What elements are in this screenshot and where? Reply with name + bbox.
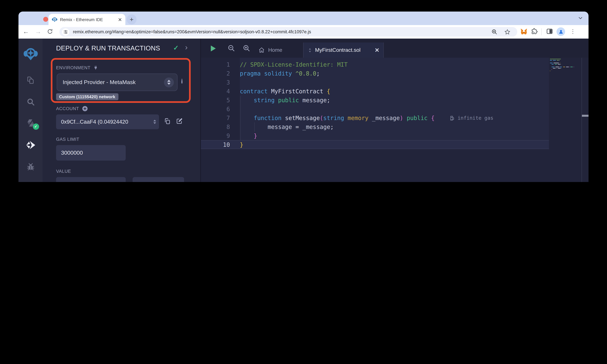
code-line[interactable]: 8 message = _message; <box>201 122 549 131</box>
tab-home-label: Home <box>268 47 282 53</box>
add-account-icon[interactable] <box>82 105 88 112</box>
account-stepper-icon[interactable] <box>153 120 156 124</box>
tab-search-chevron-icon[interactable] <box>578 15 583 20</box>
infinite-gas-annotation: infinite gas <box>450 115 493 121</box>
line-number: 10 <box>201 141 230 148</box>
environment-info-icon[interactable]: i <box>181 78 183 85</box>
value-unit-select[interactable]: Wei <box>133 177 184 182</box>
tab-home[interactable]: Home <box>252 42 288 58</box>
browser-window: Remix - Ethereum IDE ✕ + ← → remix.ether… <box>18 12 589 182</box>
gas-limit-input[interactable] <box>56 145 126 161</box>
code-line[interactable]: 9 } <box>201 131 549 140</box>
code-line[interactable]: 2pragma solidity ^0.8.0; <box>201 69 549 78</box>
line-number: 6 <box>201 106 230 112</box>
value-input[interactable] <box>56 177 126 182</box>
menu-dots-icon[interactable]: ⋮ <box>570 28 576 35</box>
tab-contract-label: MyFirstContract.sol <box>315 47 375 53</box>
account-value: 0x9Cf...CaaF4 (0.04924420 <box>61 119 153 125</box>
code-line[interactable]: 10} <box>201 140 549 149</box>
editor-zoom-out-icon[interactable] <box>227 44 235 52</box>
editor-zoom-in-icon[interactable] <box>242 44 251 52</box>
gas-limit-label: GAS LIMIT <box>56 137 79 142</box>
deploy-and-run-icon[interactable] <box>26 140 36 150</box>
tab-contract-file[interactable]: MyFirstContract.sol ✕ <box>303 42 384 58</box>
plug-icon <box>93 65 98 70</box>
line-number: 5 <box>201 97 230 103</box>
extensions-puzzle-icon[interactable] <box>531 28 538 35</box>
site-settings-icon[interactable] <box>62 28 69 36</box>
account-label: ACCOUNT <box>56 105 88 112</box>
editor-scrollbar-thumb[interactable] <box>582 115 589 117</box>
tab-title: Remix - Ethereum IDE <box>60 17 116 22</box>
window-close-button[interactable] <box>43 17 48 22</box>
panel-title: DEPLOY & RUN TRANSACTIONS <box>56 44 160 52</box>
value-label: VALUE <box>56 169 71 174</box>
debugger-icon[interactable] <box>26 162 35 171</box>
search-icon[interactable] <box>26 97 35 106</box>
reload-icon[interactable] <box>47 28 53 35</box>
environment-value: Injected Provider - MetaMask <box>63 79 164 86</box>
code-editor[interactable]: 1// SPDX-License-Identifier: MIT2pragma … <box>201 58 589 182</box>
editor-tab-bar: Home MyFirstContract.sol ✕ <box>201 39 589 58</box>
url-text[interactable]: remix.ethereum.org/#lang=en&optimize=fal… <box>73 29 491 34</box>
remix-icon-panel: ✓ <box>18 39 43 182</box>
bookmark-star-icon[interactable] <box>504 28 511 35</box>
minimap-code[interactable] <box>550 59 575 72</box>
network-badge: Custom (11155420) network <box>56 93 118 100</box>
remix-favicon <box>52 17 57 22</box>
code-line[interactable]: 1// SPDX-License-Identifier: MIT <box>201 60 549 69</box>
run-script-play-icon[interactable] <box>211 46 216 52</box>
environment-label: ENVIRONMENT <box>56 65 98 70</box>
panel-chevron-icon[interactable]: › <box>185 43 187 52</box>
edit-account-icon[interactable] <box>176 118 183 125</box>
browser-toolbar: ← → remix.ethereum.org/#lang=en&optimize… <box>18 25 589 39</box>
zoom-icon[interactable] <box>491 29 498 35</box>
code-lines: 1// SPDX-License-Identifier: MIT2pragma … <box>201 60 549 149</box>
line-number: 7 <box>201 115 230 121</box>
forward-arrow-icon[interactable]: → <box>35 28 41 35</box>
address-bar[interactable]: remix.ethereum.org/#lang=en&optimize=fal… <box>59 27 517 37</box>
line-number: 4 <box>201 88 230 94</box>
code-line[interactable]: 5 string public message; <box>201 96 549 104</box>
back-arrow-icon[interactable]: ← <box>23 28 29 35</box>
remix-logo-icon[interactable] <box>23 47 38 61</box>
home-icon <box>258 47 265 53</box>
panel-check-icon: ✓ <box>173 44 179 52</box>
remix-content: ✓ DEPLOY & RUN TRANSACTIONS ✓ <box>18 39 589 182</box>
compile-success-badge: ✓ <box>33 123 39 130</box>
line-number: 3 <box>201 79 230 86</box>
line-number: 1 <box>201 61 230 68</box>
code-line[interactable]: 4contract MyFirstContract { <box>201 87 549 96</box>
code-line[interactable]: 6 <box>201 104 549 113</box>
environment-stepper-icon[interactable] <box>164 77 174 87</box>
editor-right-divider <box>581 58 582 182</box>
tab-close-icon[interactable]: ✕ <box>118 17 122 22</box>
new-tab-button[interactable]: + <box>127 14 137 24</box>
toolbar-divider <box>541 28 542 35</box>
environment-select[interactable]: Injected Provider - MetaMask <box>57 74 177 91</box>
side-panel-toggle-icon[interactable] <box>546 28 553 35</box>
metamask-fox-icon[interactable] <box>520 28 528 36</box>
close-tab-icon[interactable]: ✕ <box>375 47 380 53</box>
code-line[interactable]: 7 function setMessage(string memory _mes… <box>201 113 549 122</box>
deploy-run-panel: DEPLOY & RUN TRANSACTIONS ✓ › ENVIRONMEN… <box>42 39 200 182</box>
browser-tab[interactable]: Remix - Ethereum IDE ✕ <box>49 14 125 25</box>
solidity-compiler-icon[interactable]: ✓ <box>26 118 35 128</box>
editor-main-panel: Home MyFirstContract.sol ✕ 1// SPDX-Lice… <box>200 39 589 182</box>
code-line[interactable]: 3 <box>201 78 549 87</box>
screenshot-stage: Remix - Ethereum IDE ✕ + ← → remix.ether… <box>0 0 607 182</box>
line-number: 8 <box>201 123 230 130</box>
line-number: 2 <box>201 70 230 77</box>
solidity-file-icon <box>307 48 312 52</box>
line-number: 9 <box>201 132 230 139</box>
profile-avatar[interactable] <box>556 27 565 36</box>
account-select[interactable]: 0x9Cf...CaaF4 (0.04924420 <box>56 114 159 129</box>
value-unit: Wei <box>138 182 178 182</box>
file-explorer-icon[interactable] <box>26 76 35 85</box>
copy-account-icon[interactable] <box>164 118 171 125</box>
browser-tab-strip: Remix - Ethereum IDE ✕ + <box>18 12 589 25</box>
